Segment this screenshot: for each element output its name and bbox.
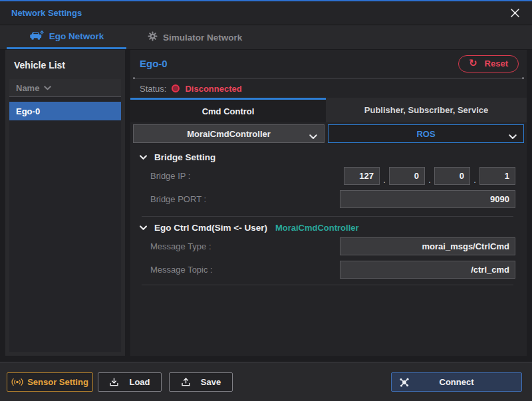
bridge-ip-octet-1[interactable]: 127 [344, 167, 380, 185]
bridge-port-input[interactable]: 9090 [340, 190, 515, 208]
load-button[interactable]: Load [98, 372, 162, 392]
bridge-ip-inputs: 127 . 0 . 0 . 1 [344, 167, 515, 185]
load-button-label: Load [129, 377, 150, 387]
message-type-row: Message Type : morai_msgs/CtrlCmd [140, 237, 515, 255]
controller-badge: MoraiCmdController [275, 223, 359, 233]
footer-spacer [0, 356, 532, 362]
message-topic-label: Message Topic : [150, 265, 213, 275]
section-divider [142, 216, 513, 217]
controller-dropdown-value: MoraiCmdController [187, 129, 271, 139]
tab-pubsub-label: Publisher, Subscriber, Service [364, 105, 488, 115]
controller-dropdown[interactable]: MoraiCmdController [133, 124, 325, 143]
sensor-setting-button[interactable]: Sensor Setting [7, 372, 93, 392]
reset-button-label: Reset [485, 59, 508, 68]
ip-separator: . [380, 175, 389, 185]
tab-ego-network[interactable]: Ego Network [7, 25, 126, 49]
chevron-down-icon [140, 155, 147, 160]
tab-ego-network-label: Ego Network [49, 31, 104, 41]
chevron-down-icon [309, 132, 317, 142]
message-type-label: Message Type : [150, 241, 211, 251]
connect-button-label: Connect [440, 377, 474, 387]
bridge-ip-octet-3[interactable]: 0 [434, 167, 470, 185]
title-bar: Network Settings [0, 1, 532, 25]
upload-icon [181, 377, 191, 387]
chevron-down-icon [44, 86, 51, 90]
ego-network-panel: Ego-0 ↻ Reset Status: Disconnected Cmd C… [130, 50, 527, 356]
network-settings-dialog: Network Settings [0, 0, 532, 401]
reset-icon: ↻ [469, 59, 477, 68]
sensor-broadcast-icon [11, 378, 23, 386]
selected-vehicle-title: Ego-0 [140, 58, 168, 69]
save-button-label: Save [201, 377, 221, 387]
tab-publisher-subscriber-service[interactable]: Publisher, Subscriber, Service [326, 98, 527, 122]
connect-button[interactable]: Connect [391, 372, 522, 392]
status-label: Status: [140, 84, 166, 94]
tab-cmd-control-label: Cmd Control [202, 106, 255, 116]
bridge-setting-title: Bridge Setting [154, 152, 215, 162]
main-header: Ego-0 ↻ Reset [130, 50, 527, 77]
status-value: Disconnected [185, 84, 241, 94]
message-topic-row: Message Topic : /ctrl_cmd [140, 261, 515, 279]
bridge-setting-header[interactable]: Bridge Setting [140, 152, 515, 162]
dialog-title: Network Settings [11, 8, 82, 18]
bridge-port-label: Bridge PORT : [150, 194, 206, 204]
connection-tabbar: Cmd Control Publisher, Subscriber, Servi… [130, 98, 527, 122]
protocol-dropdown[interactable]: ROS [328, 124, 524, 143]
ip-separator: . [425, 175, 434, 185]
vehicle-name-column-header[interactable]: Name [9, 79, 121, 97]
message-topic-input[interactable]: /ctrl_cmd [340, 261, 515, 279]
ip-separator: . [470, 175, 479, 185]
tab-cmd-control[interactable]: Cmd Control [130, 98, 326, 122]
ego-ctrl-cmd-header[interactable]: Ego Ctrl Cmd(Sim <- User) MoraiCmdContro… [140, 223, 515, 233]
ego-ctrl-cmd-title: Ego Ctrl Cmd(Sim <- User) [154, 223, 267, 233]
vehicle-table: Name Ego-0 [9, 79, 121, 352]
tab-simulator-network[interactable]: Simulator Network [144, 25, 246, 49]
protocol-dropdown-value: ROS [416, 129, 435, 139]
gear-icon [148, 31, 158, 43]
message-type-input[interactable]: morai_msgs/CtrlCmd [340, 237, 515, 255]
bridge-ip-octet-2[interactable]: 0 [389, 167, 425, 185]
dropdown-row: MoraiCmdController ROS [130, 122, 527, 143]
tab-simulator-network-label: Simulator Network [163, 33, 242, 43]
vehicle-row-label: Ego-0 [16, 106, 40, 116]
vehicle-list-title: Vehicle List [5, 50, 125, 78]
save-button[interactable]: Save [169, 372, 233, 392]
bridge-port-row: Bridge PORT : 9090 [140, 190, 515, 208]
vehicle-list-panel: Vehicle List Name Ego-0 [5, 50, 125, 356]
bridge-ip-octet-4[interactable]: 1 [479, 167, 515, 185]
vehicle-row-ego-0[interactable]: Ego-0 [9, 102, 121, 120]
name-column-label: Name [16, 83, 39, 93]
close-icon[interactable] [509, 7, 521, 19]
bridge-ip-label: Bridge IP : [150, 171, 190, 181]
bridge-setting-section: Bridge Setting Bridge IP : 127 . 0 . 0 .… [130, 143, 527, 285]
network-tabbar: Ego Network [0, 25, 532, 50]
download-icon [109, 377, 119, 387]
sensor-setting-label: Sensor Setting [27, 377, 88, 387]
content-area: Vehicle List Name Ego-0 Ego-0 ↻ Re [0, 50, 532, 356]
status-row: Status: Disconnected [130, 79, 527, 98]
chevron-down-icon [509, 132, 517, 142]
chevron-down-icon [140, 225, 147, 231]
network-nodes-icon [399, 377, 410, 390]
status-dot-icon [172, 84, 180, 92]
section-divider [142, 285, 513, 285]
car-gear-icon [29, 30, 44, 43]
reset-button[interactable]: ↻ Reset [458, 55, 519, 72]
bridge-ip-row: Bridge IP : 127 . 0 . 0 . 1 [140, 167, 515, 185]
footer-bar: Sensor Setting Load Save [0, 362, 532, 401]
